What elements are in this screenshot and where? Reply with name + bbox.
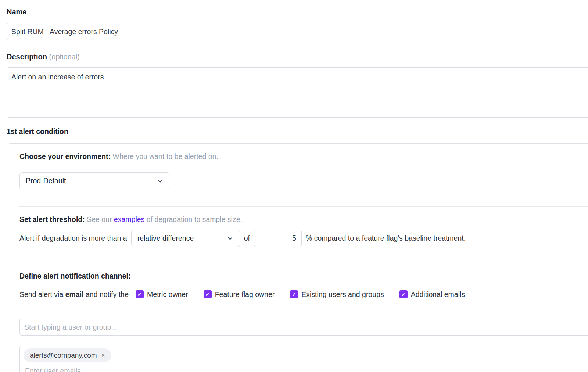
- threshold-value-input[interactable]: 5: [254, 230, 302, 247]
- alert-policy-form: Name Split RUM - Average errors Policy D…: [0, 0, 588, 372]
- checkmark-icon: ✓: [401, 290, 406, 298]
- checked-checkbox[interactable]: ✓: [204, 290, 212, 298]
- description-textarea[interactable]: Alert on an increase of errors: [7, 67, 588, 118]
- section-divider: [19, 265, 588, 265]
- emails-placeholder: Enter user emails: [25, 367, 588, 372]
- chevron-down-icon: [157, 177, 164, 185]
- of-label: of: [244, 234, 250, 242]
- checkbox-label: Additional emails: [411, 290, 465, 298]
- comparison-selected-value: relative difference: [137, 234, 194, 242]
- checkmark-icon: ✓: [137, 290, 142, 298]
- checkbox-label: Existing users and groups: [301, 290, 384, 298]
- description-label: Description (optional): [7, 52, 588, 61]
- threshold-sentence-prefix: Alert if degradation is more than a: [19, 234, 127, 242]
- checkbox-label: Feature flag owner: [215, 290, 275, 298]
- alert-condition-heading: 1st alert condition: [7, 127, 588, 136]
- notification-sentence: Send alert via email and notify the: [19, 290, 129, 298]
- name-input-value: Split RUM - Average errors Policy: [11, 28, 118, 36]
- environment-hint: Where you want to be alerted on.: [113, 152, 218, 160]
- checked-checkbox[interactable]: ✓: [136, 290, 144, 298]
- description-optional-hint: (optional): [49, 53, 80, 61]
- notification-label-row: Define alert notification channel:: [19, 272, 588, 280]
- notification-sentence-row: Send alert via email and notify the ✓ Me…: [19, 290, 588, 298]
- user-group-placeholder: Start typing a user or group...: [24, 323, 117, 332]
- threshold-label: Set alert threshold:: [19, 215, 85, 223]
- checked-checkbox[interactable]: ✓: [399, 290, 408, 298]
- threshold-sentence-row: Alert if degradation is more than a rela…: [19, 230, 588, 247]
- checkbox-feature-flag-owner[interactable]: ✓ Feature flag owner: [204, 290, 275, 298]
- comparison-type-select[interactable]: relative difference: [131, 230, 240, 247]
- description-label-text: Description: [7, 53, 47, 61]
- environment-label-row: Choose your environment: Where you want …: [19, 152, 588, 160]
- email-chip: alerts@company.com ×: [24, 348, 111, 362]
- checkbox-metric-owner[interactable]: ✓ Metric owner: [136, 290, 188, 298]
- notification-sentence-suffix: and notify the: [86, 290, 129, 298]
- checkbox-label: Metric owner: [147, 290, 188, 298]
- checkbox-existing-users-groups[interactable]: ✓ Existing users and groups: [290, 290, 384, 298]
- examples-link[interactable]: examples: [114, 215, 144, 223]
- section-divider: [19, 206, 588, 207]
- threshold-label-row: Set alert threshold: See our examples of…: [19, 215, 588, 223]
- name-label: Name: [7, 7, 588, 16]
- remove-chip-icon[interactable]: ×: [101, 352, 105, 359]
- notification-label: Define alert notification channel:: [19, 272, 130, 280]
- threshold-hint-suffix: of degradation to sample size.: [147, 215, 242, 223]
- threshold-value: 5: [292, 234, 296, 242]
- checkmark-icon: ✓: [205, 290, 210, 298]
- additional-emails-input[interactable]: alerts@company.com × Enter user emails: [19, 346, 588, 372]
- notification-sentence-bold: email: [65, 290, 84, 298]
- environment-select[interactable]: Prod-Default: [19, 172, 170, 189]
- name-input[interactable]: Split RUM - Average errors Policy: [7, 23, 588, 40]
- environment-label: Choose your environment:: [19, 152, 111, 160]
- email-chip-label: alerts@company.com: [30, 351, 97, 359]
- chevron-down-icon: [226, 235, 234, 242]
- user-group-search-input[interactable]: Start typing a user or group...: [19, 319, 588, 336]
- alert-condition-panel: Choose your environment: Where you want …: [7, 143, 588, 372]
- threshold-hint-prefix: See our: [87, 215, 112, 223]
- threshold-sentence-suffix: % compared to a feature flag's baseline …: [306, 234, 466, 242]
- checkbox-additional-emails[interactable]: ✓ Additional emails: [399, 290, 465, 298]
- checkmark-icon: ✓: [292, 290, 297, 298]
- checked-checkbox[interactable]: ✓: [290, 290, 298, 298]
- environment-selected-value: Prod-Default: [26, 177, 66, 185]
- description-value: Alert on an increase of errors: [11, 73, 104, 81]
- notification-sentence-prefix: Send alert via: [19, 290, 63, 298]
